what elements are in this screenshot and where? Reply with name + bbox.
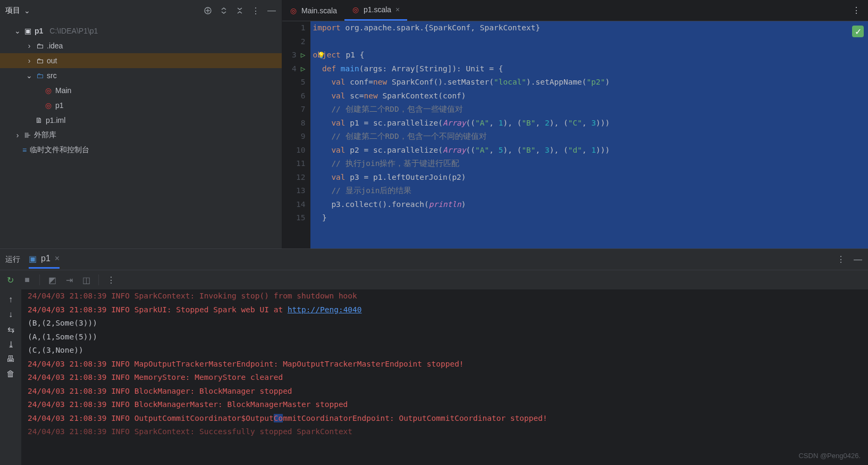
- run-tab-label: p1: [41, 254, 50, 263]
- tree-item-label: 临时文件和控制台: [30, 145, 89, 155]
- console-line: 24/04/03 21:08:39 INFO BlockManager: Blo…: [28, 385, 868, 398]
- run-icon[interactable]: ▷: [301, 62, 306, 76]
- scroll-end-icon[interactable]: ⤓: [6, 339, 15, 349]
- more-icon[interactable]: ⋮: [251, 6, 260, 15]
- module-icon: ▣: [24, 27, 31, 35]
- scratch-icon: ≡: [22, 146, 27, 154]
- exit-icon[interactable]: ⇥: [64, 275, 74, 285]
- run-config-icon: ▣: [29, 254, 37, 264]
- camera-icon[interactable]: ◩: [47, 275, 57, 285]
- tab-more-icon[interactable]: ⋮: [845, 0, 868, 21]
- expand-all-icon[interactable]: [219, 6, 229, 15]
- tree-item-main[interactable]: ◎ Main: [0, 83, 282, 98]
- tree-root-label: p1: [35, 27, 43, 35]
- console-line: (A,(1,Some(5))): [28, 330, 868, 344]
- stop-icon[interactable]: ■: [22, 275, 32, 285]
- trash-icon[interactable]: 🗑: [6, 369, 15, 379]
- tree-root[interactable]: ⌄ ▣ p1 C:\IDEA\P1\p1: [0, 23, 282, 38]
- soft-wrap-icon[interactable]: ⇆: [6, 325, 15, 334]
- code-body[interactable]: import org.apache.spark.{SparkConf, Spar…: [310, 21, 868, 248]
- scala-object-icon: ◎: [45, 102, 52, 109]
- project-panel: 项目 ⌄ ⋮ — ⌄ ▣ p1 C:\IDEA\P1\p1 ›: [0, 0, 282, 248]
- console-line: 24/04/03 21:08:39 INFO MapOutputTrackerM…: [28, 358, 868, 371]
- layout-icon[interactable]: ◫: [81, 275, 91, 285]
- console-output[interactable]: 24/04/03 21:08:39 INFO SparkContext: Inv…: [21, 289, 868, 465]
- tree-item-label: p1.iml: [46, 116, 65, 124]
- close-icon[interactable]: ×: [55, 254, 60, 263]
- editor-tabs: ◎ Main.scala ◎ p1.scala × ⋮: [282, 0, 868, 21]
- project-panel-title[interactable]: 项目 ⌄: [5, 6, 31, 15]
- more-icon[interactable]: ⋮: [836, 255, 846, 264]
- tree-item-idea[interactable]: › 🗀 .idea: [0, 38, 282, 53]
- chevron-right-icon: ›: [14, 131, 21, 139]
- run-panel-title: 运行: [5, 255, 20, 264]
- run-tab-p1[interactable]: ▣ p1 ×: [29, 251, 60, 269]
- folder-icon: 🗀: [36, 71, 44, 80]
- code-editor[interactable]: 1 2 3▷ 4▷ 5 6 7 8 9 10 11 12 13 14 15 im…: [282, 21, 868, 248]
- gutter: 1 2 3▷ 4▷ 5 6 7 8 9 10 11 12 13 14 15: [282, 21, 310, 248]
- tree-item-label: p1: [55, 101, 64, 110]
- chevron-right-icon: ›: [26, 56, 33, 65]
- tab-label: Main.scala: [301, 6, 337, 15]
- scala-object-icon: ◎: [290, 7, 297, 14]
- chevron-down-icon: ⌄: [14, 27, 21, 35]
- console-line: 24/04/03 21:08:39 INFO OutputCommitCoord…: [28, 412, 868, 426]
- tab-main-scala[interactable]: ◎ Main.scala: [282, 0, 344, 21]
- tree-item-label: out: [47, 56, 57, 65]
- select-open-file-icon[interactable]: [203, 6, 213, 15]
- chevron-down-icon: ⌄: [26, 71, 33, 80]
- chevron-right-icon: ›: [26, 41, 33, 50]
- tree-item-src[interactable]: ⌄ 🗀 src: [0, 68, 282, 83]
- console-line: 24/04/03 21:08:39 INFO SparkUI: Stopped …: [28, 303, 868, 317]
- tree-root-path: C:\IDEA\P1\p1: [49, 27, 98, 35]
- tree-item-label: Main: [55, 86, 71, 95]
- console-line: (C,(3,None)): [28, 344, 868, 358]
- run-toolbar: ↻ ■ ◩ ⇥ ◫ ⋮: [0, 270, 868, 289]
- console-line: (B,(2,Some(3))): [28, 317, 868, 330]
- watermark: CSDN @Peng0426.: [798, 452, 861, 460]
- collapse-all-icon[interactable]: [235, 6, 245, 15]
- console-gutter: ↑ ↓ ⇆ ⤓ 🖶 🗑: [0, 289, 21, 465]
- folder-icon: 🗀: [36, 41, 44, 50]
- tree-item-external[interactable]: › ⊪ 外部库: [0, 128, 282, 143]
- more-icon[interactable]: ⋮: [106, 275, 116, 285]
- folder-icon: 🗀: [36, 56, 44, 65]
- tree-item-p1[interactable]: ◎ p1: [0, 98, 282, 113]
- console-line: 24/04/03 21:08:39 INFO MemoryStore: Memo…: [28, 371, 868, 385]
- print-icon[interactable]: 🖶: [6, 354, 15, 364]
- scala-object-icon: ◎: [352, 6, 359, 13]
- project-tree: ⌄ ▣ p1 C:\IDEA\P1\p1 › 🗀 .idea › 🗀 out ⌄: [0, 21, 282, 160]
- close-icon[interactable]: ×: [395, 5, 400, 14]
- console-line: 24/04/03 21:08:39 INFO SparkContext: Inv…: [28, 289, 868, 303]
- minimize-icon[interactable]: —: [267, 6, 276, 15]
- run-icon[interactable]: ▷: [301, 48, 306, 62]
- run-panel: 运行 ▣ p1 × ⋮ — ↻ ■ ◩ ⇥ ◫ ⋮ ↑ ↓ ⇆: [0, 248, 868, 465]
- console-line: 24/04/03 21:08:39 INFO BlockManagerMaste…: [28, 398, 868, 412]
- file-icon: 🗎: [35, 116, 43, 124]
- tree-item-scratch[interactable]: ≡ 临时文件和控制台: [0, 143, 282, 157]
- tree-item-label: src: [47, 71, 57, 80]
- down-arrow-icon[interactable]: ↓: [6, 310, 15, 319]
- rerun-icon[interactable]: ↻: [5, 275, 15, 285]
- console-link[interactable]: http://Peng:4040: [288, 305, 362, 314]
- minimize-icon[interactable]: —: [853, 255, 863, 264]
- console-line: 24/04/03 21:08:39 INFO SparkContext: Suc…: [28, 425, 868, 439]
- scala-object-icon: ◎: [45, 87, 52, 94]
- tab-label: p1.scala: [364, 5, 391, 14]
- chevron-down-icon: ⌄: [23, 6, 31, 15]
- check-badge-icon[interactable]: ✓: [852, 26, 864, 37]
- up-arrow-icon[interactable]: ↑: [6, 295, 15, 304]
- intention-bulb-icon[interactable]: 💡: [317, 52, 325, 59]
- tree-item-label: .idea: [47, 41, 63, 50]
- tree-item-out[interactable]: › 🗀 out: [0, 53, 282, 68]
- tree-item-iml[interactable]: 🗎 p1.iml: [0, 113, 282, 128]
- tab-p1-scala[interactable]: ◎ p1.scala ×: [344, 0, 407, 21]
- editor-area: ◎ Main.scala ◎ p1.scala × ⋮ 1 2 3▷ 4▷ 5 …: [282, 0, 868, 248]
- library-icon: ⊪: [24, 131, 31, 139]
- tree-item-label: 外部库: [34, 130, 56, 140]
